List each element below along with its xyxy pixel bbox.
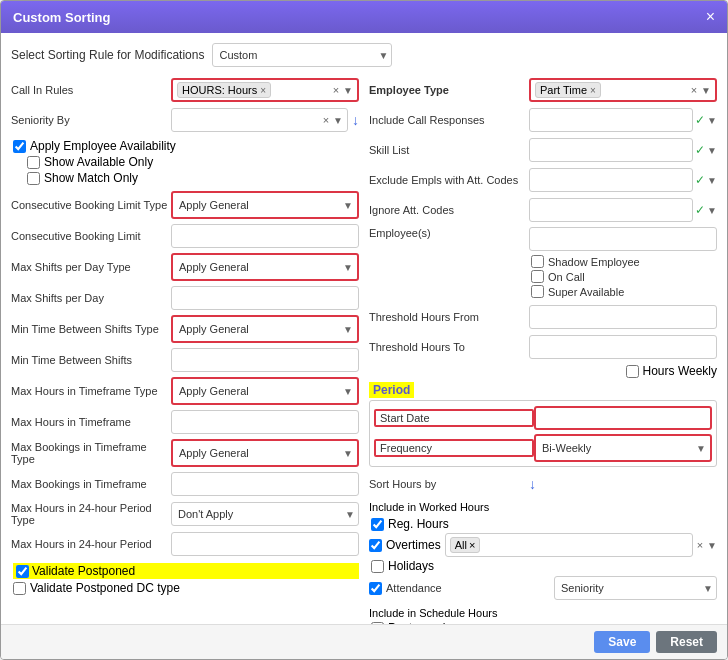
ignore-att-codes-row: Ignore Att. Codes ✓ ▼ [369,197,717,223]
dialog-titlebar: Custom Sorting × [1,1,727,33]
super-available-row: Super Available [531,285,717,298]
overtimes-row: Overtimes All × × ▼ [369,533,717,557]
overtimes-checkbox[interactable] [369,539,382,552]
validate-postponed-checkbox[interactable] [16,565,29,578]
overtimes-chevron-icon[interactable]: ▼ [707,540,717,551]
attendance-checkbox[interactable] [369,582,382,595]
min-time-shifts-input[interactable]: 0.00 [171,348,359,372]
max-shifts-day-input[interactable]: 0 [171,286,359,310]
call-in-rules-tag: HOURS: Hours × [177,82,271,98]
period-section: Period Start Date 03/04/2024 Frequency [369,382,717,467]
dialog-footer: Save Reset [1,624,727,659]
threshold-hours-to-input[interactable]: 0.00 [529,335,717,359]
include-worked-hours-label: Include in Worked Hours [369,501,717,513]
show-available-checkbox[interactable] [27,156,40,169]
employee-type-row: Employee Type Part Time × × ▼ [369,77,717,103]
exclude-empls-check-icon[interactable]: ✓ [695,173,705,187]
apply-employee-checkbox[interactable] [13,140,26,153]
max-bookings-timeframe-type-select[interactable]: Apply General [173,441,357,465]
start-date-input[interactable]: 03/04/2024 [534,406,712,430]
right-panel: Employee Type Part Time × × ▼ [369,77,717,624]
availability-checkboxes: Apply Employee Availability Show Availab… [11,137,359,187]
show-match-row: Show Match Only [27,171,359,185]
max-hours-24h-type-row: Max Hours in 24-hour Period Type Don't A… [11,501,359,527]
attendance-select[interactable]: Seniority [554,576,717,600]
ignore-att-codes-check-icon[interactable]: ✓ [695,203,705,217]
sorting-rule-row: Select Sorting Rule for Modifications Cu… [11,43,717,67]
hours-weekly-checkbox[interactable] [626,365,639,378]
min-time-shifts-type-wrapper: Apply General ▼ [171,315,359,343]
max-bookings-timeframe-input[interactable]: 0 [171,472,359,496]
include-call-responses-row: Include Call Responses ✓ ▼ [369,107,717,133]
holidays-row: Holidays [371,559,717,573]
employee-type-clear-icon[interactable]: × [689,84,699,96]
consec-booking-limit-input[interactable]: 0 [171,224,359,248]
max-bookings-timeframe-type-wrapper: Apply General ▼ [171,439,359,467]
seniority-by-row: Seniority By × ▼ ↓ [11,107,359,133]
max-shifts-day-label: Max Shifts per Day [11,292,171,304]
show-available-label: Show Available Only [44,155,153,169]
holidays-checkbox[interactable] [371,560,384,573]
call-in-rules-input[interactable]: HOURS: Hours × × ▼ [171,78,359,102]
employees-input[interactable] [529,227,717,251]
reset-button[interactable]: Reset [656,631,717,653]
consec-booking-type-label: Consecutive Booking Limit Type [11,199,171,211]
skill-list-input[interactable] [529,138,693,162]
overtimes-all-remove-icon[interactable]: × [469,539,475,551]
max-hours-timeframe-type-select[interactable]: Apply General [173,379,357,403]
holidays-label: Holidays [388,559,434,573]
dialog-body: Select Sorting Rule for Modifications Cu… [1,33,727,624]
shadow-employee-checkbox[interactable] [531,255,544,268]
call-in-rules-chevron-icon[interactable]: ▼ [343,85,353,96]
show-available-row: Show Available Only [27,155,359,169]
max-hours-timeframe-input[interactable]: 0.00 [171,410,359,434]
left-panel: Call In Rules HOURS: Hours × × ▼ [11,77,359,624]
call-in-rules-remove-icon[interactable]: × [260,85,266,96]
exclude-empls-row: Exclude Empls with Att. Codes ✓ ▼ [369,167,717,193]
ignore-att-codes-chevron-icon[interactable]: ▼ [707,205,717,216]
max-shifts-day-type-select[interactable]: Apply General [173,255,357,279]
validate-postponed-dc-checkbox[interactable] [13,582,26,595]
reg-hours-checkbox[interactable] [371,518,384,531]
save-button[interactable]: Save [594,631,650,653]
skill-list-check-icon[interactable]: ✓ [695,143,705,157]
reg-hours-row: Reg. Hours [371,517,717,531]
sorting-rule-select[interactable]: Custom [212,43,392,67]
seniority-by-input[interactable]: × ▼ [171,108,348,132]
exclude-empls-chevron-icon[interactable]: ▼ [707,175,717,186]
exclude-empls-input[interactable] [529,168,693,192]
dialog-close-button[interactable]: × [706,9,715,25]
apply-employee-row: Apply Employee Availability [13,139,359,153]
max-hours-24h-input[interactable]: 0.00 [171,532,359,556]
consec-booking-type-select[interactable]: Apply General [173,193,357,217]
threshold-hours-from-input[interactable]: 0.00 [529,305,717,329]
min-time-shifts-type-select[interactable]: Apply General [173,317,357,341]
seniority-chevron-icon[interactable]: ▼ [333,115,343,126]
ignore-att-codes-input[interactable] [529,198,693,222]
on-call-checkbox[interactable] [531,270,544,283]
hours-weekly-label: Hours Weekly [643,364,717,378]
start-date-row: Start Date 03/04/2024 [374,405,712,431]
include-call-responses-chevron-icon[interactable]: ▼ [707,115,717,126]
include-call-responses-check-icon[interactable]: ✓ [695,113,705,127]
min-time-shifts-label: Min Time Between Shifts [11,354,171,366]
seniority-clear-icon[interactable]: × [321,114,331,126]
skill-list-chevron-icon[interactable]: ▼ [707,145,717,156]
super-available-checkbox[interactable] [531,285,544,298]
consec-booking-type-select-wrapper: Apply General ▼ [171,191,359,219]
validate-postponed-label: Validate Postponed [32,564,135,578]
employees-label: Employee(s) [369,227,529,239]
max-hours-24h-type-select[interactable]: Don't Apply [171,502,359,526]
seniority-sort-icon[interactable]: ↓ [352,112,359,128]
validate-postponed-row: Validate Postponed [13,563,359,579]
frequency-select[interactable]: Bi-Weekly [536,436,710,460]
call-in-rules-clear-icon[interactable]: × [331,84,341,96]
employee-type-chevron-icon[interactable]: ▼ [701,85,711,96]
overtimes-select-input[interactable]: All × [445,533,693,557]
include-call-responses-input[interactable] [529,108,693,132]
show-match-checkbox[interactable] [27,172,40,185]
employee-type-remove-icon[interactable]: × [590,85,596,96]
call-in-rules-label: Call In Rules [11,84,171,96]
sort-hours-by-arrow-icon[interactable]: ↓ [529,476,536,492]
overtimes-clear-icon[interactable]: × [695,539,705,551]
